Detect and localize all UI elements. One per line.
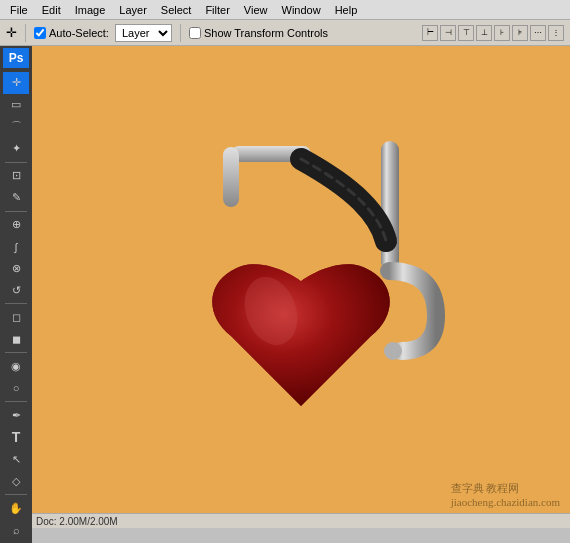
move-tool-btn[interactable]: ✛ <box>6 25 17 40</box>
auto-select-checkbox[interactable] <box>34 27 46 39</box>
menu-layer[interactable]: Layer <box>113 2 153 18</box>
show-transform-label: Show Transform Controls <box>189 27 328 39</box>
menu-select[interactable]: Select <box>155 2 198 18</box>
tool-sep-2 <box>5 211 27 212</box>
tool-sep-5 <box>5 401 27 402</box>
align-center-v-btn[interactable]: ⊦ <box>494 25 510 41</box>
tool-clone-stamp[interactable]: ⊗ <box>3 258 29 280</box>
tool-path-selection[interactable]: ↖ <box>3 448 29 470</box>
watermark-line1: 查字典 教程网 <box>451 481 560 496</box>
show-transform-checkbox[interactable] <box>189 27 201 39</box>
align-right-btn[interactable]: ⊤ <box>458 25 474 41</box>
blur-icon: ◉ <box>11 360 21 373</box>
auto-select-text: Auto-Select: <box>49 27 109 39</box>
brush-icon: ∫ <box>14 241 17 253</box>
toolbar-sep-2 <box>180 24 181 42</box>
canvas[interactable]: 查字典 教程网 jiaocheng.chazidian.com Doc: 2.0… <box>32 46 570 528</box>
wand-icon: ✦ <box>12 142 21 155</box>
crop-icon: ⊡ <box>12 169 21 182</box>
layer-group-dropdown[interactable]: Layer Group <box>115 24 172 42</box>
tool-rectangle-marquee[interactable]: ▭ <box>3 94 29 116</box>
distribute-v-btn[interactable]: ⋮ <box>548 25 564 41</box>
tool-blur[interactable]: ◉ <box>3 355 29 377</box>
history-icon: ↺ <box>12 284 21 297</box>
healing-icon: ⊕ <box>12 218 21 231</box>
tool-zoom[interactable]: ⌕ <box>3 519 29 541</box>
tool-magic-wand[interactable]: ✦ <box>3 138 29 160</box>
tool-healing[interactable]: ⊕ <box>3 214 29 236</box>
tool-move[interactable]: ✛ <box>3 72 29 94</box>
hand-icon: ✋ <box>9 502 23 515</box>
status-bar: Doc: 2.00M/2.00M <box>32 513 570 528</box>
tool-sep-1 <box>5 162 27 163</box>
gradient-icon: ◼ <box>12 333 21 346</box>
black-hose <box>301 159 386 241</box>
align-center-h-btn[interactable]: ⊣ <box>440 25 456 41</box>
zoom-icon: ⌕ <box>13 524 20 536</box>
shape-icon: ◇ <box>12 475 20 488</box>
doc-info: Doc: 2.00M/2.00M <box>36 516 118 527</box>
menu-edit[interactable]: Edit <box>36 2 67 18</box>
tool-brush[interactable]: ∫ <box>3 236 29 258</box>
tool-eraser[interactable]: ◻ <box>3 306 29 328</box>
stamp-icon: ⊗ <box>12 262 21 275</box>
tool-dodge[interactable]: ○ <box>3 377 29 399</box>
menu-bar: File Edit Image Layer Select Filter View… <box>0 0 570 20</box>
tool-lasso[interactable]: ⌒ <box>3 116 29 138</box>
toolbar: ✛ Auto-Select: Layer Group Show Transfor… <box>0 20 570 46</box>
heart <box>212 264 390 406</box>
tool-shape[interactable]: ◇ <box>3 470 29 492</box>
toolbar-sep-1 <box>25 24 26 42</box>
tool-gradient[interactable]: ◼ <box>3 328 29 350</box>
svg-point-1 <box>384 342 402 360</box>
tool-hand[interactable]: ✋ <box>3 497 29 519</box>
align-bottom-btn[interactable]: ⊧ <box>512 25 528 41</box>
path-select-icon: ↖ <box>12 453 21 466</box>
menu-view[interactable]: View <box>238 2 274 18</box>
transform-buttons: ⊢ ⊣ ⊤ ⊥ ⊦ ⊧ ⋯ ⋮ <box>422 25 564 41</box>
menu-help[interactable]: Help <box>329 2 364 18</box>
tool-sep-3 <box>5 303 27 304</box>
menu-file[interactable]: File <box>4 2 34 18</box>
artwork <box>141 111 461 431</box>
move-icon: ✛ <box>12 76 21 89</box>
align-top-btn[interactable]: ⊥ <box>476 25 492 41</box>
tool-eyedropper[interactable]: ✎ <box>3 187 29 209</box>
lasso-icon: ⌒ <box>11 119 22 134</box>
tool-text[interactable]: T <box>3 426 29 448</box>
tool-history-brush[interactable]: ↺ <box>3 280 29 302</box>
align-left-btn[interactable]: ⊢ <box>422 25 438 41</box>
eyedropper-icon: ✎ <box>12 191 21 204</box>
tools-panel: Ps ✛ ▭ ⌒ ✦ ⊡ ✎ ⊕ ∫ ⊗ ↺ ◻ ◼ ◉ ○ ✒ T ↖ ◇ ✋… <box>0 46 32 543</box>
eraser-icon: ◻ <box>12 311 21 324</box>
auto-select-label: Auto-Select: <box>34 27 109 39</box>
dodge-icon: ○ <box>13 382 20 394</box>
pen-icon: ✒ <box>12 409 21 422</box>
tool-pen[interactable]: ✒ <box>3 404 29 426</box>
ps-logo: Ps <box>3 48 29 68</box>
watermark-line2: jiaocheng.chazidian.com <box>451 496 560 508</box>
watermark: 查字典 教程网 jiaocheng.chazidian.com <box>451 481 560 508</box>
marquee-icon: ▭ <box>11 98 21 111</box>
main-area: Ps ✛ ▭ ⌒ ✦ ⊡ ✎ ⊕ ∫ ⊗ ↺ ◻ ◼ ◉ ○ ✒ T ↖ ◇ ✋… <box>0 46 570 543</box>
tool-sep-4 <box>5 352 27 353</box>
menu-window[interactable]: Window <box>276 2 327 18</box>
menu-filter[interactable]: Filter <box>199 2 235 18</box>
show-transform-text: Show Transform Controls <box>204 27 328 39</box>
svg-rect-3 <box>223 147 239 207</box>
tool-sep-6 <box>5 494 27 495</box>
tool-crop[interactable]: ⊡ <box>3 165 29 187</box>
distribute-h-btn[interactable]: ⋯ <box>530 25 546 41</box>
menu-image[interactable]: Image <box>69 2 112 18</box>
text-icon: T <box>12 429 21 445</box>
